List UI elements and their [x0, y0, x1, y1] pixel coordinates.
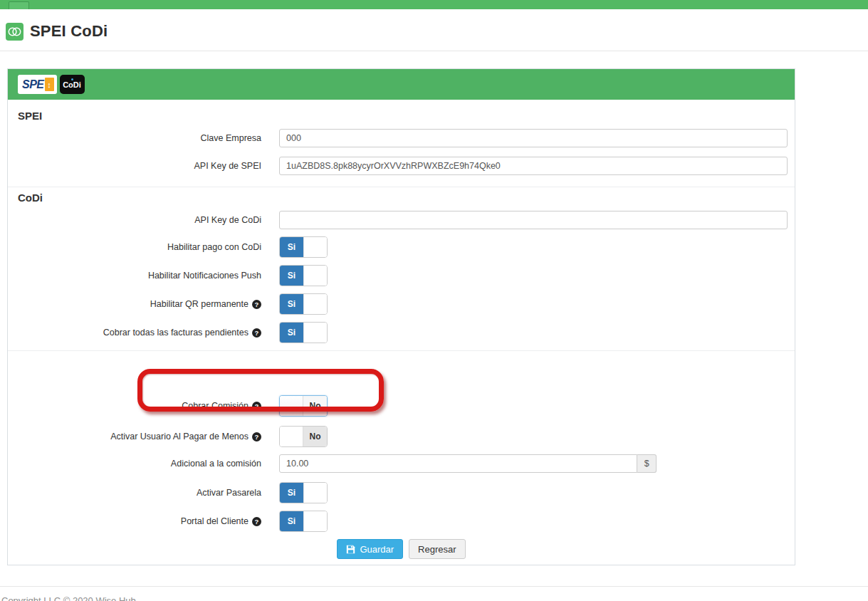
form-row-notificaciones-push: Habilitar Notificaciones Push Si [8, 265, 795, 286]
spei-logo: SPE ↕ [18, 75, 57, 94]
copyright-text: Copyright LLC © 2020 Wise Hub [1, 595, 868, 601]
cobrar-comision-label: Cobrar Comisión [182, 401, 249, 412]
save-icon [346, 545, 355, 554]
pago-codi-toggle[interactable]: Si [279, 236, 328, 258]
api-key-spei-input[interactable] [279, 157, 788, 175]
toggle-state-label: Si [280, 511, 303, 531]
pago-codi-label: Habilitar pago con CoDi [167, 242, 261, 253]
form-row-facturas-pendientes: Cobrar todas las facturas pendientes ? S… [8, 322, 795, 343]
toggle-handle [303, 511, 327, 531]
activar-usuario-toggle[interactable]: No [279, 426, 328, 447]
section-divider [8, 187, 795, 187]
activar-usuario-label: Activar Usuario Al Pagar de Menos [110, 432, 249, 442]
notificaciones-push-toggle[interactable]: Si [279, 265, 328, 286]
toggle-state-label: No [303, 427, 327, 446]
facturas-pendientes-toggle[interactable]: Si [279, 322, 328, 343]
form-row-api-key-codi: API Key de CoDi [8, 211, 795, 229]
spei-arrows-icon: ↕ [45, 78, 54, 91]
panel-body: SPEI Clave Empresa API Key de SPEI CoDi … [8, 100, 795, 565]
portal-cliente-label: Portal del Cliente [181, 516, 249, 527]
qr-permanente-toggle[interactable]: Si [279, 293, 328, 315]
help-icon[interactable]: ? [252, 300, 261, 309]
help-icon[interactable]: ? [252, 432, 261, 441]
qr-permanente-label: Habilitar QR permanente [150, 299, 249, 310]
toggle-handle [303, 483, 327, 503]
adicional-comision-label: Adicional a la comisión [171, 459, 261, 469]
clave-empresa-input[interactable] [279, 129, 788, 147]
form-row-activar-usuario: Activar Usuario Al Pagar de Menos ? No [8, 426, 795, 447]
footer-divider [0, 586, 868, 587]
save-button-label: Guardar [360, 544, 394, 555]
app-topbar [0, 0, 868, 9]
cobrar-comision-toggle[interactable]: No [279, 395, 328, 417]
portal-cliente-toggle[interactable]: Si [279, 511, 328, 532]
spei-logo-text: SPE [22, 78, 44, 91]
help-icon[interactable]: ? [252, 328, 261, 338]
toggle-state-label: Si [280, 294, 303, 314]
toggle-handle [280, 427, 303, 446]
toggle-handle [280, 396, 303, 416]
form-row-clave-empresa: Clave Empresa [8, 129, 795, 147]
adicional-comision-input[interactable] [279, 454, 637, 473]
menu-toggle-button[interactable] [9, 1, 29, 9]
toggle-handle [303, 266, 327, 286]
form-row-portal-cliente: Portal del Cliente ? Si [8, 511, 795, 532]
mastercard-icon [6, 23, 23, 41]
api-key-codi-input[interactable] [279, 211, 788, 229]
toggle-handle [303, 237, 327, 257]
notificaciones-push-label: Habilitar Notificaciones Push [148, 271, 261, 281]
api-key-codi-label: API Key de CoDi [194, 215, 261, 226]
help-icon[interactable]: ? [252, 402, 261, 411]
back-button-label: Regresar [418, 544, 456, 555]
form-row-pago-codi: Habilitar pago con CoDi Si [8, 236, 795, 258]
panel-header: SPE ↕ CoDi [8, 69, 795, 100]
toggle-handle [303, 323, 327, 343]
page-header: SPEI CoDi [0, 9, 868, 51]
toggle-state-label: Si [280, 237, 303, 257]
api-key-spei-label: API Key de SPEI [194, 161, 262, 172]
activar-pasarela-toggle[interactable]: Si [279, 482, 328, 503]
toggle-state-label: No [303, 396, 327, 416]
facturas-pendientes-label: Cobrar todas las facturas pendientes [103, 328, 249, 338]
section-heading-spei: SPEI [18, 110, 795, 122]
save-button[interactable]: Guardar [337, 539, 403, 559]
back-button[interactable]: Regresar [409, 539, 465, 559]
form-row-qr-permanente: Habilitar QR permanente ? Si [8, 293, 795, 315]
form-row-activar-pasarela: Activar Pasarela Si [8, 482, 795, 503]
toggle-state-label: Si [280, 266, 303, 286]
currency-addon: $ [637, 454, 657, 473]
form-row-api-key-spei: API Key de SPEI [8, 157, 795, 175]
toggle-state-label: Si [280, 323, 303, 343]
toggle-handle [303, 294, 327, 314]
form-row-adicional-comision: Adicional a la comisión $ [8, 454, 795, 473]
help-icon[interactable]: ? [252, 517, 261, 526]
button-row: Guardar Regresar [8, 539, 795, 559]
settings-panel: SPE ↕ CoDi SPEI Clave Empresa API Key de… [7, 68, 795, 565]
form-row-cobrar-comision: Cobrar Comisión ? No [8, 369, 795, 422]
section-divider [8, 350, 795, 351]
section-heading-codi: CoDi [18, 192, 795, 204]
codi-logo: CoDi [60, 75, 85, 94]
toggle-state-label: Si [280, 483, 303, 503]
activar-pasarela-label: Activar Pasarela [197, 488, 261, 498]
clave-empresa-label: Clave Empresa [201, 133, 261, 144]
page-title: SPEI CoDi [30, 22, 108, 41]
